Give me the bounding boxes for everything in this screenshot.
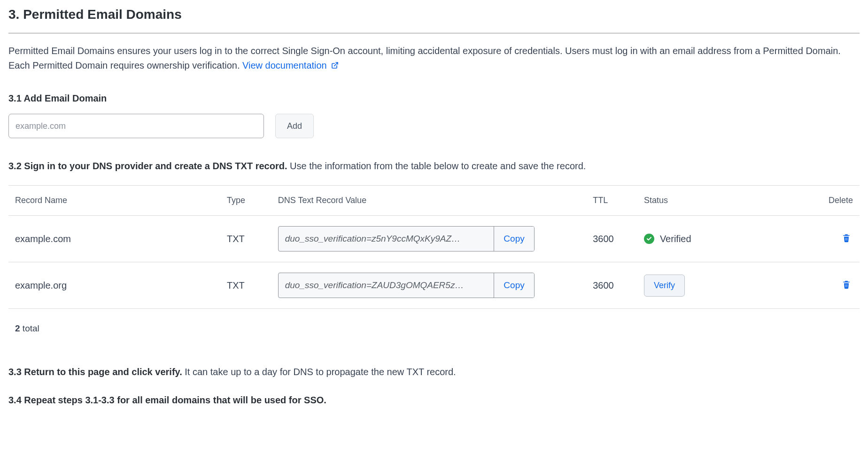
step-3-2-bold: 3.2 Sign in to your DNS provider and cre… <box>8 161 287 171</box>
cell-delete <box>791 262 860 309</box>
copy-button[interactable]: Copy <box>494 227 534 251</box>
cell-ttl: 3600 <box>587 262 638 309</box>
check-circle-icon <box>644 234 654 244</box>
total-label: total <box>20 323 39 333</box>
verified-label: Verified <box>660 232 691 246</box>
doc-link-label: View documentation <box>242 60 327 71</box>
step-3-2-rest: Use the information from the table below… <box>287 161 586 171</box>
copy-button[interactable]: Copy <box>494 273 534 298</box>
cell-delete <box>791 216 860 262</box>
step-3-3: 3.3 Return to this page and click verify… <box>8 365 860 379</box>
domain-input[interactable] <box>8 114 264 138</box>
th-status: Status <box>638 186 791 216</box>
table-row: example.orgTXTduo_sso_verification=ZAUD3… <box>8 262 860 309</box>
verify-button[interactable]: Verify <box>644 275 685 297</box>
th-dns-value: DNS Text Record Value <box>272 186 587 216</box>
step-3-3-bold: 3.3 Return to this page and click verify… <box>8 367 182 377</box>
step-3-2: 3.2 Sign in to your DNS provider and cre… <box>8 159 860 173</box>
step-3-1-heading: 3.1 Add Email Domain <box>8 91 860 105</box>
th-type: Type <box>221 186 272 216</box>
total-count: 2 <box>15 323 20 333</box>
dns-value-field: duo_sso_verification=z5nY9ccMQxKy9AZ…Cop… <box>278 226 535 251</box>
cell-record-name: example.org <box>8 262 221 309</box>
external-link-icon <box>331 59 339 73</box>
section-title: 3. Permitted Email Domains <box>8 5 860 24</box>
cell-dns-value: duo_sso_verification=z5nY9ccMQxKy9AZ…Cop… <box>272 216 587 262</box>
step-3-3-rest: It can take up to a day for DNS to propa… <box>182 367 456 377</box>
status-verified: Verified <box>644 232 786 246</box>
cell-status: Verified <box>638 216 791 262</box>
dns-value-text: duo_sso_verification=ZAUD3gOMQAER5z… <box>279 273 494 298</box>
delete-button[interactable] <box>840 278 853 292</box>
step-3-4-bold: 3.4 Repeat steps 3.1-3.3 for all email d… <box>8 395 326 405</box>
add-domain-row: Add <box>8 114 860 138</box>
table-row: example.comTXTduo_sso_verification=z5nY9… <box>8 216 860 262</box>
delete-button[interactable] <box>840 231 853 246</box>
trash-icon <box>842 237 851 244</box>
section-intro: Permitted Email Domains ensures your use… <box>8 44 860 73</box>
section-divider <box>8 33 860 33</box>
dns-records-table: Record Name Type DNS Text Record Value T… <box>8 185 860 309</box>
step-3-4: 3.4 Repeat steps 3.1-3.3 for all email d… <box>8 393 860 407</box>
th-record-name: Record Name <box>8 186 221 216</box>
add-button[interactable]: Add <box>275 114 314 138</box>
cell-status: Verify <box>638 262 791 309</box>
dns-value-field: duo_sso_verification=ZAUD3gOMQAER5z…Copy <box>278 273 535 298</box>
cell-dns-value: duo_sso_verification=ZAUD3gOMQAER5z…Copy <box>272 262 587 309</box>
trash-icon <box>842 283 851 290</box>
intro-text: Permitted Email Domains ensures your use… <box>8 46 841 71</box>
view-documentation-link[interactable]: View documentation <box>242 60 339 71</box>
svg-line-0 <box>334 63 338 66</box>
cell-type: TXT <box>221 262 272 309</box>
total-line: 2 total <box>8 322 860 336</box>
th-ttl: TTL <box>587 186 638 216</box>
cell-record-name: example.com <box>8 216 221 262</box>
dns-value-text: duo_sso_verification=z5nY9ccMQxKy9AZ… <box>279 227 494 251</box>
cell-ttl: 3600 <box>587 216 638 262</box>
th-delete: Delete <box>791 186 860 216</box>
cell-type: TXT <box>221 216 272 262</box>
